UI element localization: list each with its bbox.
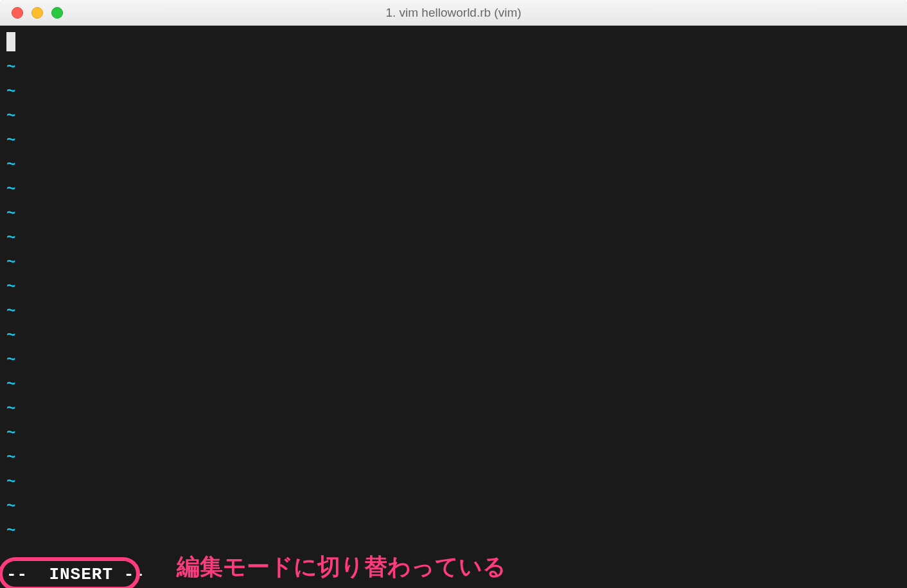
- editor-content[interactable]: ~~~~~~~~~~~~~~~~~~~~: [0, 26, 907, 588]
- vim-mode-text: -- INSERT --: [6, 562, 145, 587]
- empty-line-tilde: ~: [6, 177, 901, 202]
- text-cursor: [6, 32, 15, 51]
- empty-line-tilde: ~: [6, 80, 901, 104]
- close-icon[interactable]: [12, 7, 23, 19]
- empty-line-tilde: ~: [6, 202, 901, 226]
- empty-line-tilde: ~: [6, 275, 901, 299]
- empty-line-tilde: ~: [6, 226, 901, 250]
- empty-line-tilde: ~: [6, 494, 901, 519]
- window-titlebar: 1. vim helloworld.rb (vim): [0, 0, 907, 26]
- empty-line-tilde: ~: [6, 324, 901, 348]
- window-title: 1. vim helloworld.rb (vim): [385, 6, 521, 20]
- traffic-lights: [0, 7, 63, 19]
- empty-line-tilde: ~: [6, 128, 901, 153]
- empty-line-tilde: ~: [6, 348, 901, 372]
- minimize-icon[interactable]: [31, 7, 43, 19]
- empty-line-tilde: ~: [6, 421, 901, 445]
- empty-line-tilde: ~: [6, 250, 901, 275]
- cursor-line[interactable]: [6, 31, 901, 55]
- empty-line-tilde: ~: [6, 153, 901, 177]
- vim-editor[interactable]: ~~~~~~~~~~~~~~~~~~~~ -- INSERT -- 編集モードに…: [0, 26, 907, 588]
- empty-line-tilde: ~: [6, 372, 901, 397]
- empty-line-tilde: ~: [6, 519, 901, 543]
- zoom-icon[interactable]: [51, 7, 63, 19]
- empty-line-tilde: ~: [6, 470, 901, 494]
- vim-status-line: -- INSERT --: [0, 561, 907, 588]
- terminal-window: 1. vim helloworld.rb (vim) ~~~~~~~~~~~~~…: [0, 0, 907, 588]
- empty-line-tilde: ~: [6, 397, 901, 421]
- empty-line-tilde: ~: [6, 55, 901, 80]
- empty-line-tilde: ~: [6, 299, 901, 324]
- empty-line-tilde: ~: [6, 104, 901, 128]
- empty-line-tilde: ~: [6, 445, 901, 470]
